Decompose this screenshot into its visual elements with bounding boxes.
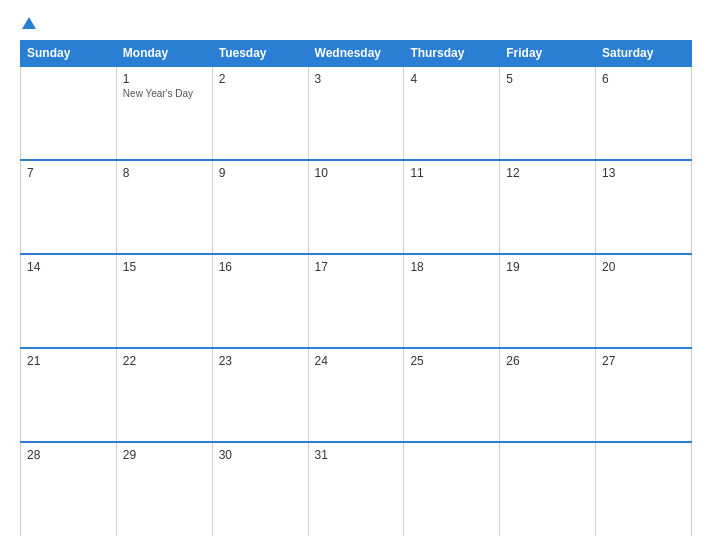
day-number: 15: [123, 260, 206, 274]
weekday-header: Tuesday: [212, 41, 308, 67]
day-number: 8: [123, 166, 206, 180]
calendar-cell: [596, 442, 692, 536]
calendar-cell: 25: [404, 348, 500, 442]
calendar-cell: 24: [308, 348, 404, 442]
calendar-cell: 30: [212, 442, 308, 536]
calendar-cell: 9: [212, 160, 308, 254]
day-number: 24: [315, 354, 398, 368]
day-number: 25: [410, 354, 493, 368]
calendar-cell: 3: [308, 66, 404, 160]
calendar-cell: 10: [308, 160, 404, 254]
day-number: 26: [506, 354, 589, 368]
calendar-week-row: 78910111213: [21, 160, 692, 254]
day-number: 10: [315, 166, 398, 180]
logo: [20, 18, 36, 30]
day-number: 2: [219, 72, 302, 86]
calendar-cell: 31: [308, 442, 404, 536]
calendar-cell: 19: [500, 254, 596, 348]
day-number: 16: [219, 260, 302, 274]
calendar-cell: 11: [404, 160, 500, 254]
calendar-cell: [500, 442, 596, 536]
calendar-cell: 29: [116, 442, 212, 536]
calendar-cell: 28: [21, 442, 117, 536]
calendar-week-row: 28293031: [21, 442, 692, 536]
calendar-cell: 2: [212, 66, 308, 160]
logo-triangle-icon: [22, 17, 36, 29]
calendar-cell: 18: [404, 254, 500, 348]
day-number: 30: [219, 448, 302, 462]
calendar-cell: 20: [596, 254, 692, 348]
calendar-cell: [404, 442, 500, 536]
day-number: 31: [315, 448, 398, 462]
calendar-cell: 1New Year's Day: [116, 66, 212, 160]
calendar-cell: [21, 66, 117, 160]
calendar-cell: 26: [500, 348, 596, 442]
day-number: 19: [506, 260, 589, 274]
day-number: 18: [410, 260, 493, 274]
calendar-week-row: 14151617181920: [21, 254, 692, 348]
day-number: 11: [410, 166, 493, 180]
day-number: 17: [315, 260, 398, 274]
weekday-header: Friday: [500, 41, 596, 67]
day-number: 21: [27, 354, 110, 368]
calendar-cell: 22: [116, 348, 212, 442]
calendar-cell: 8: [116, 160, 212, 254]
day-number: 7: [27, 166, 110, 180]
day-number: 20: [602, 260, 685, 274]
calendar-cell: 15: [116, 254, 212, 348]
day-number: 1: [123, 72, 206, 86]
weekday-header: Saturday: [596, 41, 692, 67]
holiday-name: New Year's Day: [123, 88, 206, 99]
day-number: 29: [123, 448, 206, 462]
day-number: 28: [27, 448, 110, 462]
header-row: [20, 18, 692, 30]
calendar-cell: 7: [21, 160, 117, 254]
weekday-header: Monday: [116, 41, 212, 67]
day-number: 3: [315, 72, 398, 86]
weekday-header-row: SundayMondayTuesdayWednesdayThursdayFrid…: [21, 41, 692, 67]
calendar-cell: 13: [596, 160, 692, 254]
calendar-week-row: 21222324252627: [21, 348, 692, 442]
weekday-header: Thursday: [404, 41, 500, 67]
day-number: 13: [602, 166, 685, 180]
calendar-cell: 17: [308, 254, 404, 348]
calendar-cell: 4: [404, 66, 500, 160]
calendar-cell: 14: [21, 254, 117, 348]
day-number: 6: [602, 72, 685, 86]
day-number: 4: [410, 72, 493, 86]
calendar-cell: 12: [500, 160, 596, 254]
day-number: 9: [219, 166, 302, 180]
weekday-header: Wednesday: [308, 41, 404, 67]
day-number: 12: [506, 166, 589, 180]
day-number: 22: [123, 354, 206, 368]
day-number: 27: [602, 354, 685, 368]
day-number: 23: [219, 354, 302, 368]
calendar-cell: 27: [596, 348, 692, 442]
calendar-cell: 23: [212, 348, 308, 442]
day-number: 14: [27, 260, 110, 274]
day-number: 5: [506, 72, 589, 86]
calendar-container: SundayMondayTuesdayWednesdayThursdayFrid…: [0, 0, 712, 550]
calendar-cell: 21: [21, 348, 117, 442]
calendar-table: SundayMondayTuesdayWednesdayThursdayFrid…: [20, 40, 692, 536]
calendar-cell: 5: [500, 66, 596, 160]
weekday-header: Sunday: [21, 41, 117, 67]
calendar-cell: 16: [212, 254, 308, 348]
calendar-cell: 6: [596, 66, 692, 160]
calendar-week-row: 1New Year's Day23456: [21, 66, 692, 160]
